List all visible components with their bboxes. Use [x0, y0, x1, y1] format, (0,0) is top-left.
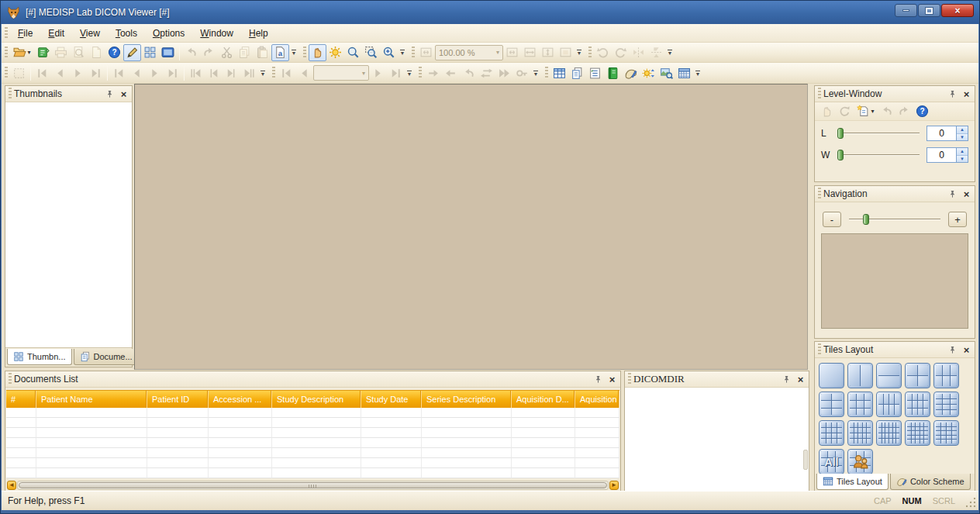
tile-layout-4x4[interactable] — [819, 420, 844, 446]
dicomdir-scroll-nub[interactable] — [803, 450, 808, 470]
scrollbar-track[interactable] — [17, 481, 609, 490]
dicomdir-tree[interactable] — [625, 388, 809, 492]
column-header-series-description[interactable]: Series Description — [422, 391, 512, 408]
column-header-num[interactable]: # — [6, 391, 36, 408]
previous-image-button[interactable] — [295, 64, 313, 81]
close-panel-button[interactable]: × — [961, 88, 972, 100]
table-row[interactable] — [6, 458, 619, 468]
play-backward-button[interactable] — [442, 64, 460, 81]
previous-study-button[interactable] — [128, 64, 146, 81]
close-panel-button[interactable]: × — [795, 374, 806, 385]
next-study-button[interactable] — [146, 64, 164, 81]
menu-tools[interactable]: Tools — [108, 26, 145, 41]
tiles-layout-header[interactable]: Tiles Layout × — [815, 342, 975, 358]
show-color-scheme-button[interactable] — [622, 64, 640, 81]
toolbar-grip[interactable] — [272, 67, 275, 79]
w-slider[interactable] — [836, 149, 921, 161]
dicomdir-header[interactable]: DICOMDIR × — [625, 371, 809, 388]
toolbar-grip[interactable] — [419, 67, 422, 79]
tile-layout-2x3[interactable] — [933, 363, 959, 388]
text-annotation-button[interactable] — [271, 44, 289, 61]
tile-layout-5x5[interactable] — [905, 420, 930, 446]
tile-layout-1x2[interactable] — [847, 363, 873, 388]
close-panel-button[interactable]: × — [118, 88, 129, 100]
redo-level-button[interactable] — [895, 103, 913, 120]
first-image-button[interactable] — [278, 64, 295, 81]
fit-page-button[interactable] — [557, 44, 575, 61]
l-value-spinner[interactable]: 0▲▼ — [927, 126, 968, 141]
tile-layout-4x5[interactable] — [847, 420, 873, 446]
last-study-button[interactable] — [164, 64, 181, 81]
navigation-zoom-slider[interactable] — [847, 213, 942, 226]
rotate-left-button[interactable] — [594, 44, 612, 61]
open-file-button[interactable]: ▾ — [10, 44, 34, 61]
table-row[interactable] — [6, 418, 619, 428]
l-slider[interactable] — [836, 127, 921, 140]
tile-layout-all[interactable]: All — [819, 449, 844, 474]
slider-thumb[interactable] — [837, 150, 844, 160]
image-number-combo[interactable]: ▾ — [313, 65, 369, 81]
show-dicomdir-button[interactable] — [604, 64, 622, 81]
zoom-region-button[interactable] — [362, 44, 380, 61]
undo-level-button[interactable] — [878, 103, 895, 120]
pin-button[interactable] — [947, 188, 958, 200]
tab-docume[interactable]: Docume... — [74, 349, 139, 365]
spin-up-button[interactable]: ▲ — [957, 126, 968, 134]
menu-file[interactable]: File — [10, 26, 40, 41]
toolbar-grip[interactable] — [303, 47, 306, 59]
column-header-patient-name[interactable]: Patient Name — [36, 391, 147, 408]
tile-layout-patients[interactable] — [847, 449, 873, 474]
resize-grip[interactable] — [966, 498, 976, 508]
zoom-in-out-button[interactable] — [380, 44, 398, 61]
menu-edit[interactable]: Edit — [40, 26, 72, 41]
tile-layout-3x3[interactable] — [847, 392, 873, 417]
copy-button[interactable] — [236, 44, 254, 61]
first-patient-button[interactable] — [33, 64, 51, 81]
auto-level-button[interactable] — [818, 103, 836, 120]
first-series-button[interactable] — [187, 64, 205, 81]
toolbar-overflow-button[interactable]: ▼ — [258, 64, 267, 81]
slider-thumb[interactable] — [837, 128, 844, 139]
tile-layout-2x4[interactable] — [876, 392, 902, 417]
zoom-out-button[interactable]: - — [823, 212, 841, 227]
menu-view[interactable]: View — [72, 26, 108, 41]
export-page-button[interactable] — [88, 44, 105, 61]
tile-view-button[interactable] — [141, 44, 159, 61]
menu-options[interactable]: Options — [145, 26, 192, 41]
title-bar[interactable]: [#] MEDISP Lab DICOM Viewer [#] × — [1, 1, 979, 24]
table-row[interactable] — [6, 448, 619, 458]
zoom-percent-combo[interactable]: 100.00 %▾ — [435, 45, 503, 60]
menu-window[interactable]: Window — [192, 26, 241, 41]
scroll-right-button[interactable]: ► — [609, 481, 619, 490]
table-row[interactable] — [6, 468, 619, 478]
close-panel-button[interactable]: × — [961, 344, 972, 356]
actual-size-button[interactable] — [503, 44, 521, 61]
toolbar-grip[interactable] — [412, 47, 415, 59]
full-screen-button[interactable] — [159, 44, 177, 61]
tile-layout-2x2[interactable] — [905, 363, 930, 388]
tile-layout-4x6[interactable] — [876, 420, 902, 446]
column-header-patient-id[interactable]: Patient ID — [147, 391, 209, 408]
spin-down-button[interactable]: ▼ — [957, 156, 968, 163]
tab-thumbn[interactable]: Thumbn... — [7, 349, 72, 365]
documents-table-body[interactable] — [6, 408, 619, 478]
last-patient-button[interactable] — [87, 64, 105, 81]
table-row[interactable] — [6, 428, 619, 438]
toolbar-overflow-button[interactable]: ▼ — [665, 44, 675, 61]
fit-image-button[interactable] — [417, 44, 435, 61]
next-series-button[interactable] — [223, 64, 240, 81]
scroll-left-button[interactable]: ◄ — [7, 481, 16, 490]
select-region-button[interactable] — [10, 64, 28, 81]
column-header-accession-[interactable]: Accession ... — [209, 391, 272, 408]
undo-button[interactable] — [182, 44, 200, 61]
cut-button[interactable] — [218, 44, 236, 61]
tab-color-scheme[interactable]: Color Scheme — [890, 474, 971, 490]
flip-horizontal-button[interactable] — [630, 44, 647, 61]
table-row[interactable] — [6, 438, 619, 448]
next-patient-button[interactable] — [69, 64, 87, 81]
close-panel-button[interactable]: × — [606, 374, 618, 385]
column-header-aquisition-t-[interactable]: Aquisition T... — [575, 391, 619, 408]
print-preview-button[interactable] — [70, 44, 88, 61]
level-help-button[interactable] — [913, 103, 931, 120]
scrollbar-thumb[interactable] — [19, 482, 607, 488]
